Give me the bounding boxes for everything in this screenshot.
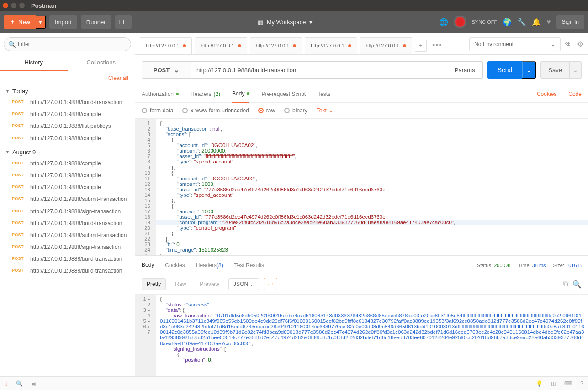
history-url: http://127.0.0.1:9888/compile: [30, 160, 101, 167]
sidebar-toggle-icon[interactable]: ▯: [5, 380, 8, 387]
resp-tab-tests[interactable]: Test Results: [234, 256, 264, 274]
filter-input[interactable]: [4, 37, 131, 51]
invite-icon[interactable]: 🌐: [439, 18, 448, 26]
tab-headers[interactable]: Headers (2): [191, 85, 220, 103]
resp-tab-body[interactable]: Body: [142, 256, 154, 274]
save-dropdown[interactable]: ⌄: [570, 61, 582, 79]
time-label: Time: 38 ms: [518, 263, 546, 268]
pretty-button[interactable]: Pretty: [142, 278, 166, 290]
console-icon[interactable]: ▣: [31, 380, 36, 387]
minimize-icon[interactable]: [11, 3, 16, 8]
chevron-down-icon[interactable]: ▼: [5, 150, 10, 154]
maximize-icon[interactable]: [19, 3, 25, 8]
tab-tests[interactable]: Tests: [318, 85, 330, 103]
radio-raw[interactable]: raw: [258, 107, 275, 114]
preview-button[interactable]: Preview: [195, 279, 224, 290]
capture-button[interactable]: [454, 16, 466, 28]
top-toolbar: ＋ New ▾ Import Runner ❐⁺ ▦ My Workspace …: [0, 11, 588, 33]
method-badge: POST: [12, 111, 26, 116]
request-tab[interactable]: http://127.0.0.1: [250, 37, 302, 54]
body-text-dropdown[interactable]: Text ⌄: [317, 107, 333, 114]
history-list: ▼TodayPOSThttp://127.0.0.1:9888/build-tr…: [0, 83, 135, 376]
heart-icon[interactable]: ♥: [546, 18, 551, 26]
chevron-down-icon: ▾: [309, 19, 313, 26]
environment-select[interactable]: No Environment ⌄: [469, 37, 561, 51]
request-tab[interactable]: http://127.0.0.1: [360, 37, 412, 54]
cookies-link[interactable]: Cookies: [537, 85, 556, 103]
request-tab[interactable]: http://127.0.0.1: [195, 37, 247, 54]
history-item[interactable]: POSThttp://127.0.0.1:9888/compile: [0, 132, 135, 144]
runner-button[interactable]: Runner: [81, 15, 111, 29]
close-icon[interactable]: [3, 3, 8, 8]
format-select[interactable]: JSON ⌄: [228, 278, 259, 290]
method-badge: POST: [12, 122, 26, 128]
request-tab[interactable]: http://127.0.0.1: [140, 37, 192, 54]
status-label: Status: 200 OK: [477, 263, 511, 268]
send-dropdown[interactable]: ⌄: [522, 61, 536, 79]
method-select[interactable]: POST ⌄: [142, 61, 191, 79]
new-button[interactable]: ＋ New: [4, 15, 36, 29]
add-tab-button[interactable]: ＋: [415, 40, 427, 52]
eye-icon[interactable]: 👁: [565, 40, 572, 48]
two-pane-icon[interactable]: ◫: [551, 380, 556, 387]
params-button[interactable]: Params: [447, 61, 483, 79]
request-tab[interactable]: http://127.0.0.1: [305, 37, 357, 54]
tab-collections[interactable]: Collections: [68, 54, 135, 71]
workspace-switcher[interactable]: ▦ My Workspace ▾: [135, 19, 435, 26]
history-group-label: Today: [12, 88, 28, 95]
tab-history[interactable]: History: [0, 54, 68, 71]
history-url: http://127.0.0.1:9888/build-transaction: [30, 255, 122, 263]
history-item[interactable]: POSThttp://127.0.0.1:9888/build-transact…: [0, 96, 135, 108]
settings-icon[interactable]: 🔧: [517, 18, 526, 26]
tab-body[interactable]: Body: [232, 85, 249, 103]
history-item[interactable]: POSThttp://127.0.0.1:9888/list-pubkeys: [0, 120, 135, 132]
history-item[interactable]: POSThttp://127.0.0.1:9888/build-transact…: [0, 217, 135, 229]
history-item[interactable]: POSThttp://127.0.0.1:9888/submit-transac…: [0, 193, 135, 205]
search-response-icon[interactable]: 🔍: [572, 280, 582, 289]
chevron-down-icon[interactable]: ▼: [5, 89, 10, 94]
request-body-editor[interactable]: 1234567891011121314151617181920212223242…: [135, 119, 588, 256]
copy-response-icon[interactable]: ⧉: [563, 280, 568, 288]
radio-x-www-form[interactable]: x-www-form-urlencoded: [182, 107, 249, 114]
history-item[interactable]: POSThttp://127.0.0.1:9888/compile: [0, 181, 135, 193]
find-icon[interactable]: 🔍: [16, 380, 23, 387]
bulb-icon[interactable]: 💡: [536, 380, 543, 387]
wrap-lines-button[interactable]: ⮐: [264, 278, 277, 290]
signin-button[interactable]: Sign In: [556, 15, 584, 29]
new-dropdown[interactable]: ▾: [36, 15, 46, 29]
url-input[interactable]: [191, 61, 447, 79]
tab-prerequest[interactable]: Pre-request Script: [261, 85, 306, 103]
method-badge: POST: [12, 135, 26, 140]
resp-tab-cookies[interactable]: Cookies: [165, 256, 185, 274]
tab-label: http://127.0.0.1: [146, 43, 179, 48]
wrap-icon: ⮐: [268, 281, 273, 287]
sidebar: 🔍 History Collections Clear all ▼TodayPO…: [0, 33, 135, 376]
new-window-icon: ❐⁺: [119, 19, 127, 26]
notifications-icon[interactable]: 🔔: [532, 18, 541, 26]
import-button[interactable]: Import: [49, 15, 77, 29]
new-window-button[interactable]: ❐⁺: [115, 15, 132, 29]
radio-form-data[interactable]: form-data: [142, 107, 173, 114]
resp-tab-headers[interactable]: Headers (8): [196, 256, 223, 274]
browse-icon[interactable]: 🌍: [503, 18, 512, 26]
history-item[interactable]: POSThttp://127.0.0.1:9888/sign-transacti…: [0, 206, 135, 217]
history-item[interactable]: POSThttp://127.0.0.1:9888/build-transact…: [0, 265, 135, 277]
history-item[interactable]: POSThttp://127.0.0.1:9888/compile: [0, 108, 135, 120]
tab-overflow-button[interactable]: •••: [429, 41, 445, 50]
history-item[interactable]: POSThttp://127.0.0.1:9888/compile: [0, 169, 135, 181]
history-item[interactable]: POSThttp://127.0.0.1:9888/sign-transacti…: [0, 241, 135, 253]
help-icon[interactable]: ?: [580, 380, 583, 387]
raw-button[interactable]: Raw: [170, 279, 191, 290]
history-item[interactable]: POSThttp://127.0.0.1:9888/build-transact…: [0, 253, 135, 265]
code-link[interactable]: Code: [568, 85, 582, 103]
tab-authorization[interactable]: Authorization: [142, 85, 179, 103]
clear-all-link[interactable]: Clear all: [108, 75, 128, 81]
radio-binary[interactable]: binary: [284, 107, 307, 114]
history-item[interactable]: POSThttp://127.0.0.1:9888/compile: [0, 158, 135, 169]
response-body-viewer[interactable]: 1 ▸23 ▸45 ▸6 ▸7 { "status": "success", "…: [135, 295, 588, 376]
send-button[interactable]: Send: [487, 61, 523, 79]
keyboard-icon[interactable]: ⌨: [564, 380, 572, 387]
save-button[interactable]: Save: [540, 61, 570, 79]
gear-icon[interactable]: ⚙: [577, 40, 583, 48]
history-item[interactable]: POSThttp://127.0.0.1:9888/submit-transac…: [0, 229, 135, 241]
